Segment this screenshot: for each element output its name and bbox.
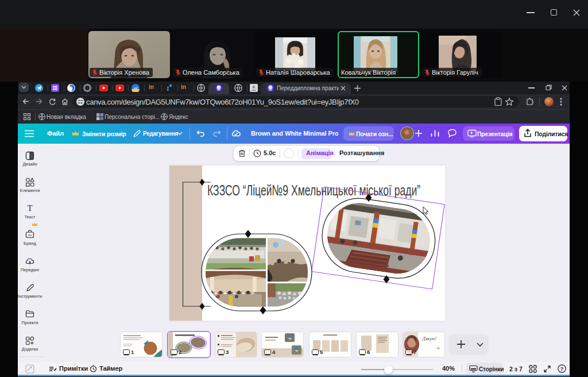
svg-text:ed: ed [134, 86, 138, 90]
svg-text:Дякую!: Дякую! [422, 336, 437, 341]
svg-text:?: ? [560, 366, 564, 372]
svg-text:co: co [28, 233, 32, 237]
